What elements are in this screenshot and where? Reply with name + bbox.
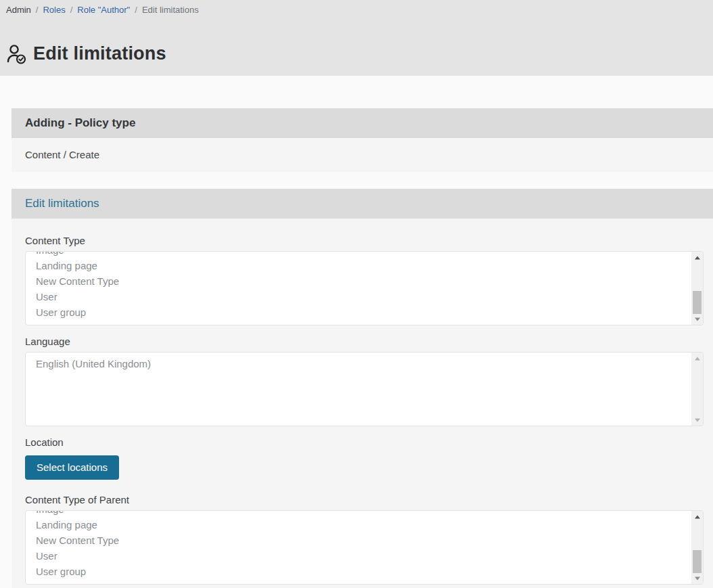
policy-type-panel: Adding - Policy type Content / Create (12, 108, 713, 172)
scroll-down-button (691, 414, 703, 426)
content-type-options: Image Landing page New Content Type User… (26, 251, 703, 320)
location-label: Location (25, 436, 704, 448)
option[interactable]: User group (36, 304, 683, 320)
field-location: Location Select locations (25, 436, 704, 480)
scroll-down-button[interactable] (691, 313, 703, 325)
edit-limitations-panel: Edit limitations Content Type Image Land… (12, 189, 713, 588)
content-type-of-parent-listbox[interactable]: Image Landing page New Content Type User… (25, 510, 704, 585)
field-language: Language English (United Kingdom) (25, 336, 704, 426)
breadcrumb-current: Edit limitations (142, 5, 199, 15)
scroll-up-button (691, 353, 703, 364)
content-type-of-parent-label: Content Type of Parent (25, 494, 704, 505)
content-type-listbox[interactable]: Image Landing page New Content Type User… (25, 251, 704, 325)
breadcrumb-link-role-author[interactable]: Role "Author" (77, 5, 130, 15)
option[interactable]: New Content Type (36, 533, 683, 548)
option-clipped[interactable]: Image (36, 510, 683, 517)
option[interactable]: User (36, 548, 683, 564)
breadcrumb-separator: / (70, 5, 73, 15)
field-content-type: Content Type Image Landing page New Cont… (25, 235, 704, 325)
page-title: Edit limitations (33, 43, 166, 64)
scroll-thumb[interactable] (693, 291, 702, 314)
policy-type-value: Content / Create (12, 138, 713, 172)
option[interactable]: User group (36, 564, 683, 579)
page-header: Admin / Roles / Role "Author" / Edit lim… (0, 0, 713, 76)
language-label: Language (25, 336, 704, 347)
option-clipped[interactable]: Image (36, 251, 683, 258)
field-content-type-of-parent: Content Type of Parent Image Landing pag… (25, 494, 704, 585)
option[interactable]: English (United Kingdom) (36, 356, 683, 371)
content-type-of-parent-scrollbar[interactable] (691, 511, 703, 584)
policy-type-panel-header: Adding - Policy type (12, 108, 713, 138)
language-options: English (United Kingdom) (26, 353, 703, 371)
scroll-thumb[interactable] (693, 550, 702, 573)
scroll-up-button[interactable] (691, 511, 703, 522)
option[interactable]: Landing page (36, 517, 683, 533)
edit-limitations-panel-body: Content Type Image Landing page New Cont… (12, 219, 713, 588)
content-type-scrollbar[interactable] (691, 252, 703, 325)
breadcrumb-separator: / (36, 5, 39, 15)
language-scrollbar (691, 353, 703, 426)
option[interactable]: New Content Type (36, 273, 683, 289)
scroll-up-button[interactable] (691, 252, 703, 263)
breadcrumb-admin: Admin (6, 5, 31, 15)
breadcrumb-link-roles[interactable]: Roles (43, 5, 65, 15)
content-type-of-parent-options: Image Landing page New Content Type User… (26, 510, 703, 579)
edit-limitations-panel-header: Edit limitations (12, 189, 713, 219)
language-listbox[interactable]: English (United Kingdom) (25, 352, 704, 426)
breadcrumb-separator: / (135, 5, 137, 15)
title-row: Edit limitations (0, 15, 713, 76)
select-locations-button[interactable]: Select locations (25, 455, 119, 480)
content-type-label: Content Type (25, 235, 704, 246)
breadcrumb: Admin / Roles / Role "Author" / Edit lim… (0, 0, 713, 15)
user-check-icon (5, 43, 27, 65)
option[interactable]: Landing page (36, 258, 683, 273)
scroll-down-button[interactable] (691, 572, 703, 584)
option[interactable]: User (36, 289, 683, 304)
